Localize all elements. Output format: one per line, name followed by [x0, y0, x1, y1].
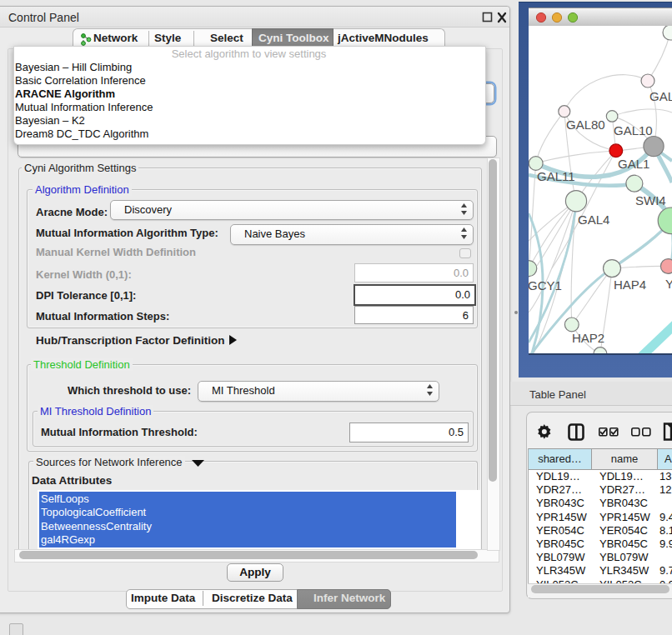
svg-text:HAP4: HAP4 — [614, 278, 646, 292]
svg-text:GAL80: GAL80 — [566, 118, 605, 132]
svg-text:YE: YE — [665, 277, 672, 291]
svg-text:GAL11: GAL11 — [537, 169, 575, 183]
svg-text:GAL10: GAL10 — [614, 123, 653, 138]
svg-text:GAL1: GAL1 — [618, 157, 649, 171]
svg-text:GAL7: GAL7 — [649, 89, 672, 103]
svg-text:GAL4: GAL4 — [578, 212, 609, 227]
svg-text:SWI4: SWI4 — [635, 193, 666, 208]
svg-text:HAP2: HAP2 — [572, 331, 604, 345]
svg-text:GCY1: GCY1 — [529, 278, 562, 292]
